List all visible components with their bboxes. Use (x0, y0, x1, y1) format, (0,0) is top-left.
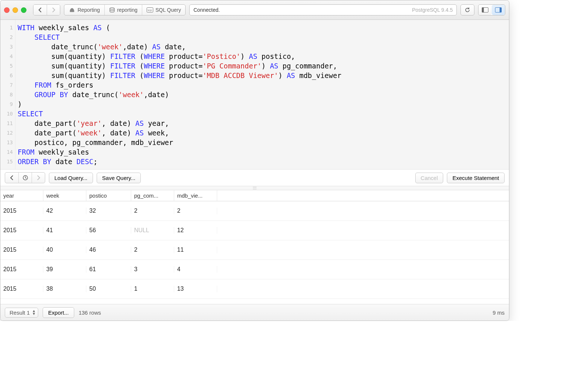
line-number: 8 (0, 90, 15, 99)
table-cell: 12 (174, 227, 217, 234)
table-body[interactable]: 201542322220154156NULL122015404621120153… (0, 201, 509, 304)
result-selector[interactable]: Result 1 ▲▼ (5, 308, 38, 318)
load-query-button[interactable]: Load Query... (49, 173, 93, 183)
row-count: 136 rows (79, 309, 101, 316)
column-header[interactable]: year (0, 190, 43, 201)
back-button[interactable] (33, 5, 47, 15)
table-cell: 32 (86, 208, 131, 214)
svg-rect-6 (500, 8, 502, 13)
sql-code-area[interactable]: WITH weekly_sales AS ( SELECT date_trunc… (15, 20, 509, 169)
table-cell: 2015 (0, 208, 43, 214)
line-number: 9 (0, 99, 15, 109)
line-number: 4 (0, 52, 15, 61)
table-cell: 2015 (0, 227, 43, 234)
table-cell: 40 (43, 247, 86, 253)
column-header[interactable]: postico (86, 190, 131, 201)
sql-icon: SQL (147, 7, 153, 13)
breadcrumb-item-database[interactable]: reporting (104, 5, 142, 15)
breadcrumb-label: SQL Query (155, 7, 181, 13)
nav-back-forward (33, 4, 60, 15)
elephant-icon (69, 7, 75, 13)
table-row[interactable]: 2015423222 (0, 201, 509, 221)
table-row[interactable]: 2015396134 (0, 260, 509, 279)
column-header[interactable]: pg_com... (131, 190, 174, 201)
left-panel-icon (482, 7, 488, 13)
table-cell: 42 (43, 208, 86, 214)
app-window: Reporting reporting SQL SQL Query Connec… (0, 0, 509, 321)
line-number: 6 (0, 71, 15, 80)
toggle-right-sidebar-button[interactable] (492, 5, 505, 15)
clock-icon (22, 175, 28, 181)
right-panel-icon (495, 7, 502, 13)
line-number-gutter: 123456789101112131415 (0, 20, 15, 169)
table-cell: 61 (86, 266, 131, 273)
svg-text:SQL: SQL (147, 9, 152, 12)
table-cell: 41 (43, 227, 86, 234)
result-selector-label: Result 1 (10, 309, 30, 316)
query-prev-button[interactable] (5, 173, 18, 183)
forward-button[interactable] (47, 5, 60, 15)
toggle-left-sidebar-button[interactable] (478, 5, 492, 15)
window-controls (4, 7, 26, 13)
chevron-up-down-icon: ▲▼ (32, 309, 36, 315)
sidebar-toggles (478, 4, 505, 15)
table-cell: 4 (174, 266, 217, 273)
database-version: PostgreSQL 9.4.5 (412, 7, 453, 13)
column-header[interactable]: week (43, 190, 86, 201)
status-bar: Result 1 ▲▼ Export... 136 rows 9 ms (0, 304, 509, 321)
line-number: 10 (0, 109, 15, 118)
table-cell: NULL (131, 227, 174, 234)
query-time: 9 ms (492, 309, 505, 316)
connection-status-field[interactable]: Connected. PostgreSQL 9.4.5 (189, 4, 457, 15)
reload-icon (465, 7, 470, 13)
query-history-nav (5, 172, 45, 183)
minimize-window-button[interactable] (12, 7, 18, 13)
table-cell: 2015 (0, 286, 43, 292)
table-row[interactable]: 20154046211 (0, 240, 509, 260)
line-number: 15 (0, 157, 15, 166)
connection-status-text: Connected. (193, 7, 220, 13)
line-number: 2 (0, 32, 15, 42)
svg-rect-4 (482, 8, 484, 13)
table-cell: 1 (131, 286, 174, 292)
database-icon (109, 7, 115, 13)
export-button[interactable]: Export... (43, 307, 74, 318)
query-toolbar: Load Query... Save Query... Cancel Execu… (0, 170, 509, 186)
titlebar: Reporting reporting SQL SQL Query Connec… (0, 0, 509, 20)
breadcrumb-item-connection[interactable]: Reporting (64, 5, 104, 15)
breadcrumb-item-sql[interactable]: SQL SQL Query (142, 5, 186, 15)
zoom-window-button[interactable] (21, 7, 26, 13)
table-cell: 2 (174, 208, 217, 214)
column-header[interactable]: mdb_vie... (174, 190, 217, 201)
line-number: 1 (0, 23, 15, 32)
results-table: yearweekposticopg_com...mdb_vie... 20154… (0, 190, 509, 304)
line-number: 5 (0, 61, 15, 71)
table-cell: 38 (43, 286, 86, 292)
table-row[interactable]: 20154156NULL12 (0, 221, 509, 240)
table-row[interactable]: 20153850113 (0, 279, 509, 299)
table-cell: 2015 (0, 266, 43, 273)
line-number: 7 (0, 80, 15, 90)
sql-editor: 123456789101112131415 WITH weekly_sales … (0, 20, 509, 170)
line-number: 14 (0, 147, 15, 157)
close-window-button[interactable] (4, 7, 10, 13)
query-next-button[interactable] (32, 173, 45, 183)
table-cell: 56 (86, 227, 131, 234)
line-number: 11 (0, 118, 15, 128)
table-cell: 13 (174, 286, 217, 292)
table-header: yearweekposticopg_com...mdb_vie... (0, 190, 509, 201)
line-number: 13 (0, 138, 15, 147)
execute-statement-button[interactable]: Execute Statement (447, 173, 505, 183)
save-query-button[interactable]: Save Query... (97, 173, 141, 183)
table-cell: 2015 (0, 247, 43, 253)
table-cell: 39 (43, 266, 86, 273)
breadcrumb: Reporting reporting SQL SQL Query (64, 4, 186, 15)
reload-button[interactable] (460, 4, 474, 15)
table-cell: 2 (131, 208, 174, 214)
table-cell: 50 (86, 286, 131, 292)
cancel-button[interactable]: Cancel (415, 173, 444, 183)
query-history-button[interactable] (18, 173, 32, 183)
line-number: 3 (0, 42, 15, 52)
horizontal-splitter[interactable] (0, 186, 509, 190)
breadcrumb-label: reporting (117, 7, 137, 13)
